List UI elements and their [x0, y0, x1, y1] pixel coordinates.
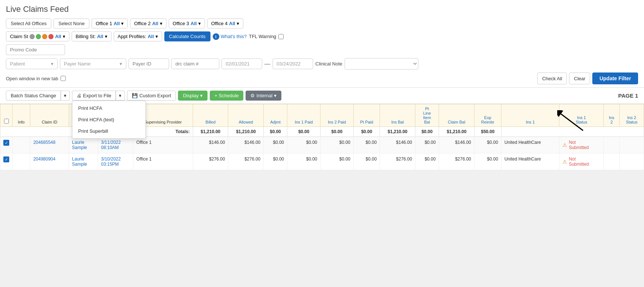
- internal-button[interactable]: ⚙ Internal ▾: [246, 91, 281, 101]
- row1-checkbox[interactable]: [3, 140, 9, 146]
- office2-label: Office 2: [134, 21, 151, 26]
- display-button[interactable]: Display ▾: [178, 91, 208, 101]
- drc-claim-input[interactable]: [171, 58, 219, 69]
- export-to-file-button[interactable]: 🖨 Export to File: [72, 91, 116, 101]
- row1-exp-reimbr: $0.00: [474, 137, 501, 153]
- tfl-warning-checkbox[interactable]: [278, 34, 284, 39]
- tfl-warning-label: TFL Warning: [249, 34, 276, 39]
- page: Live Claims Feed Select All Offices Sele…: [0, 0, 644, 170]
- claim-status-button[interactable]: Claim St All ▾: [6, 31, 69, 41]
- row2-checkbox[interactable]: [3, 156, 9, 162]
- totals-billed: $1,210.00: [193, 127, 228, 137]
- row2-ins2: [604, 153, 620, 170]
- row2-ins1: United HealthCare: [501, 153, 559, 170]
- row2-office: Office 1: [133, 153, 193, 170]
- export-caret-button[interactable]: ▾: [116, 91, 125, 101]
- select-all-checkbox[interactable]: [4, 119, 9, 124]
- check-all-button[interactable]: Check All: [537, 72, 567, 84]
- calculate-counts-button[interactable]: Calculate Counts: [164, 31, 210, 41]
- patient-select[interactable]: Patient ▾: [6, 58, 58, 69]
- date-from-input[interactable]: [222, 58, 262, 69]
- row2-allowed: $276.00: [228, 153, 264, 170]
- row2-claim-id: 204980904: [30, 153, 69, 170]
- col-info: Info: [13, 104, 30, 127]
- row1-checkbox-cell[interactable]: [0, 137, 13, 153]
- billing-status-caret-icon: ▾: [105, 34, 107, 39]
- select-all-offices-button[interactable]: Select All Offices: [6, 18, 51, 28]
- row1-claim-id-link[interactable]: 204685548: [33, 140, 55, 145]
- date-range: —: [222, 58, 313, 69]
- batch-status-caret-button[interactable]: ▾: [61, 91, 70, 101]
- billing-status-button[interactable]: Billing St: All ▾: [72, 31, 112, 41]
- export-dropdown-container: 🖨 Export to File ▾ Print HCFA Print HCFA…: [72, 91, 125, 101]
- print-hcfa-item[interactable]: Print HCFA: [72, 102, 145, 114]
- office1-button[interactable]: Office 1 All ▾: [92, 18, 128, 28]
- col-claim-id: Claim ID: [30, 104, 69, 127]
- office4-button[interactable]: Office 4 All ▾: [207, 18, 243, 28]
- table-row: 204980904 LaurieSample 3/10/2022 03:15PM…: [0, 153, 644, 170]
- clinical-note-select[interactable]: [345, 58, 418, 70]
- page-number: PAGE 1: [618, 92, 638, 99]
- office1-value: All: [114, 21, 120, 26]
- totals-ins2-paid: $0.00: [321, 127, 354, 137]
- internal-caret-icon: ▾: [274, 93, 277, 98]
- batch-status-button[interactable]: Batch Status Change: [6, 91, 61, 101]
- clinical-note-label: Clinical Note: [315, 61, 342, 67]
- office4-label: Office 4: [211, 21, 228, 26]
- batch-status-caret-icon: ▾: [64, 93, 66, 98]
- schedule-button[interactable]: + Schedule: [210, 91, 243, 101]
- billing-status-label: Billing St:: [76, 34, 96, 39]
- appt-profiles-caret-icon: ▾: [155, 34, 158, 39]
- row2-checkbox-cell[interactable]: [0, 153, 13, 170]
- totals-allowed: $1,210.00: [228, 127, 264, 137]
- row1-date-link[interactable]: 3/11/2022: [101, 140, 121, 145]
- promo-code-input[interactable]: [6, 44, 65, 55]
- totals-adjmt: $0.00: [264, 127, 287, 137]
- display-caret-icon: ▾: [200, 93, 203, 98]
- row2-ins1-status: ⚠ NotSubmitted: [559, 153, 604, 170]
- row1-office: Office 1: [133, 137, 193, 153]
- office4-value: All: [229, 21, 235, 26]
- row1-patient-link[interactable]: LaurieSample: [72, 140, 87, 150]
- office4-caret-icon: ▾: [237, 21, 239, 26]
- payer-id-input[interactable]: [129, 58, 169, 69]
- office2-value: All: [152, 21, 158, 26]
- row1-ins-bal: $146.00: [380, 137, 415, 153]
- batch-status-label: Batch Status Change: [11, 93, 56, 98]
- patient-placeholder: Patient: [10, 61, 25, 67]
- clear-button[interactable]: Clear: [569, 72, 590, 84]
- appt-profiles-button[interactable]: Appt Profiles: All ▾: [114, 31, 162, 41]
- date-to-input[interactable]: [273, 58, 313, 69]
- claim-status-caret-icon: ▾: [63, 34, 65, 39]
- update-filter-button[interactable]: Update Filter: [592, 72, 638, 84]
- row1-ins1-status-text: NotSubmitted: [569, 140, 589, 150]
- col-exp-reimbr: ExpReimbr: [474, 104, 501, 127]
- row2-patient-link[interactable]: LaurieSample: [72, 156, 87, 167]
- print-hcfa-text-item[interactable]: Print HCFA (text): [72, 114, 145, 125]
- office3-button[interactable]: Office 3 All ▾: [169, 18, 205, 28]
- row1-info: [13, 137, 30, 153]
- custom-export-button[interactable]: 💾 Custom Export: [127, 91, 176, 101]
- select-none-button[interactable]: Select None: [54, 18, 89, 28]
- whats-this-link[interactable]: i What's this?: [213, 33, 247, 40]
- payer-name-select[interactable]: Payer Name ▾: [60, 58, 126, 69]
- totals-exp-reimbr: $50.00: [474, 127, 501, 137]
- export-split-btn: 🖨 Export to File ▾: [72, 91, 125, 101]
- col-pt-paid: Pt Paid: [353, 104, 380, 127]
- row1-time-link[interactable]: 08:10AM: [101, 145, 119, 150]
- dot-green-icon: [36, 34, 41, 39]
- print-superbill-item[interactable]: Print Superbill: [72, 125, 145, 137]
- row2-time-link[interactable]: 03:15PM: [101, 162, 119, 167]
- totals-ins1-paid: $0.00: [287, 127, 321, 137]
- office2-button[interactable]: Office 2 All ▾: [130, 18, 166, 28]
- billing-status-value: All: [97, 34, 103, 39]
- schedule-label: + Schedule: [215, 93, 239, 98]
- internal-label: Internal: [256, 93, 272, 98]
- row2-claim-bal: $276.00: [439, 153, 474, 170]
- row2-date-link[interactable]: 3/10/2022: [101, 156, 121, 162]
- open-window-checkbox[interactable]: [61, 76, 66, 81]
- col-ins1-status: Ins 1Status: [559, 104, 604, 127]
- floppy-icon: 💾: [132, 93, 138, 98]
- row1-ins2-paid: $0.00: [321, 137, 354, 153]
- row2-claim-id-link[interactable]: 204980904: [33, 156, 55, 162]
